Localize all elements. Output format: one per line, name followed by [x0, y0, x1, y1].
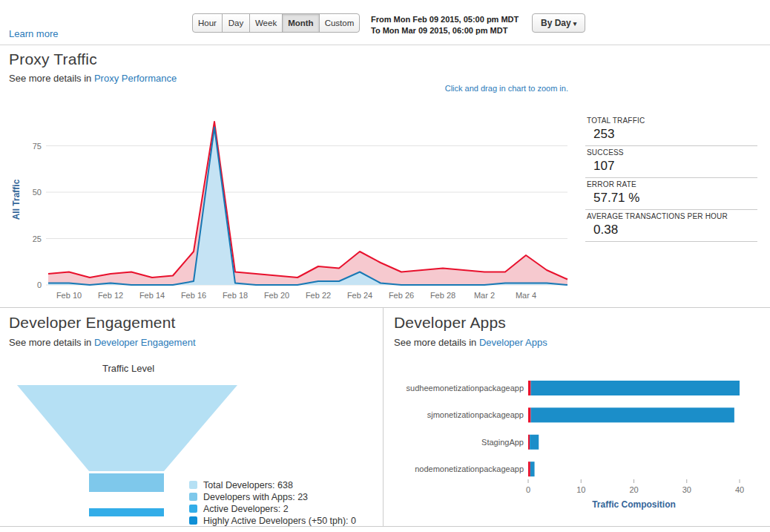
analytics-dashboard: Learn more HourDayWeekMonthCustom From M… [0, 0, 770, 527]
series-line [48, 122, 567, 280]
engagement-subtitle: See more details in Developer Engagement [9, 337, 196, 349]
bar-success-segment [531, 381, 740, 395]
traffic-stats-panel: TOTAL TRAFFIC253SUCCESS107ERROR RATE57.7… [585, 114, 757, 242]
stat-value: 0.38 [587, 223, 756, 237]
date-range: From Mon Feb 09 2015, 05:00 pm MDT To Mo… [371, 14, 519, 36]
proxy-traffic-chart[interactable]: 0255075Feb 10Feb 12Feb 14Feb 16Feb 18Feb… [9, 104, 582, 300]
svg-text:30: 30 [682, 485, 691, 494]
zoom-hint: Click and drag in chart to zoom in. [445, 84, 568, 93]
legend-item: Developers with Apps: 23 [189, 491, 356, 502]
range-button-hour[interactable]: Hour [192, 13, 223, 33]
bar-error-segment [528, 381, 531, 395]
date-to-text: To Mon Mar 09 2015, 06:00 pm MDT [371, 25, 519, 36]
developer-engagement-title: Developer Engagement [9, 313, 176, 332]
legend-label: Active Developers: 2 [203, 504, 289, 514]
bar-error-segment [528, 435, 530, 450]
svg-text:75: 75 [33, 142, 42, 151]
svg-text:All Traffic: All Traffic [11, 179, 22, 220]
legend-label: Highly Active Developers (+50 tph): 0 [203, 516, 356, 526]
apps-subtitle: See more details in Developer Apps [394, 337, 547, 349]
stat-row: AVERAGE TRANSACTIONS PER HOUR0.38 [585, 210, 757, 242]
legend-item: Highly Active Developers (+50 tph): 0 [189, 515, 356, 526]
svg-text:Feb 12: Feb 12 [98, 291, 123, 300]
legend-swatch-icon [189, 516, 197, 525]
svg-text:Feb 14: Feb 14 [139, 291, 165, 300]
funnel-stage [89, 473, 164, 492]
svg-text:Feb 20: Feb 20 [264, 291, 289, 300]
chevron-down-icon: ▾ [573, 20, 577, 27]
stat-row: TOTAL TRAFFIC253 [585, 114, 757, 146]
svg-text:Feb 18: Feb 18 [223, 291, 248, 300]
time-range-segmented-control: HourDayWeekMonthCustom [192, 13, 360, 33]
bar-error-segment [528, 407, 531, 422]
developer-engagement-section: Developer Engagement See more details in… [0, 308, 384, 526]
svg-text:10: 10 [576, 485, 585, 494]
stat-label: AVERAGE TRANSACTIONS PER HOUR [587, 212, 756, 220]
svg-text:Traffic Composition: Traffic Composition [592, 499, 676, 510]
engagement-subtitle-text: See more details in [9, 337, 94, 348]
stat-row: ERROR RATE57.71 % [585, 178, 757, 210]
developer-apps-bar-chart: sudheemonetizationpackageappsjmonetizati… [384, 364, 770, 523]
svg-text:sjmonetizationpackageapp: sjmonetizationpackageapp [427, 410, 524, 419]
proxy-subtitle: See more details in Proxy Performance [9, 73, 761, 85]
bar-success-segment [530, 462, 535, 476]
date-from-text: From Mon Feb 09 2015, 05:00 pm MDT [371, 14, 519, 25]
series-area [48, 128, 567, 286]
svg-text:Feb 16: Feb 16 [181, 291, 206, 300]
legend-swatch-icon [189, 505, 197, 513]
svg-text:sudheemonetizationpackageapp: sudheemonetizationpackageapp [407, 384, 524, 393]
stat-row: SUCCESS107 [585, 146, 757, 178]
group-by-label: By Day [541, 18, 571, 28]
header-toolbar: Learn more HourDayWeekMonthCustom From M… [0, 0, 770, 45]
stat-value: 107 [587, 159, 756, 174]
svg-text:Feb 26: Feb 26 [389, 291, 414, 300]
svg-text:20: 20 [629, 485, 638, 494]
proxy-traffic-title: Proxy Traffic [9, 50, 761, 69]
svg-text:25: 25 [33, 234, 42, 243]
learn-more-link[interactable]: Learn more [9, 28, 58, 39]
legend-swatch-icon [189, 481, 197, 489]
developer-apps-section: Developer Apps See more details in Devel… [384, 308, 770, 526]
svg-text:0: 0 [526, 485, 530, 494]
bottom-row: Developer Engagement See more details in… [0, 308, 770, 527]
svg-text:0: 0 [37, 280, 42, 289]
legend-label: Developers with Apps: 23 [203, 492, 308, 502]
svg-text:Feb 22: Feb 22 [306, 291, 331, 300]
svg-text:Mar 2: Mar 2 [474, 291, 495, 300]
range-button-week[interactable]: Week [249, 13, 283, 33]
bar-success-segment [530, 435, 539, 450]
svg-text:Feb 24: Feb 24 [347, 291, 372, 300]
developer-engagement-link[interactable]: Developer Engagement [94, 337, 196, 348]
svg-text:Feb 28: Feb 28 [430, 291, 455, 300]
svg-text:StagingApp: StagingApp [481, 438, 524, 447]
stat-value: 57.71 % [587, 191, 756, 206]
svg-text:Feb 10: Feb 10 [56, 291, 82, 300]
funnel-stage [89, 508, 164, 516]
developer-apps-title: Developer Apps [394, 313, 506, 332]
range-button-day[interactable]: Day [222, 13, 250, 33]
funnel-stage [17, 385, 237, 471]
funnel-title: Traffic Level [0, 363, 257, 374]
group-by-dropdown[interactable]: By Day▾ [532, 13, 585, 33]
bar-success-segment [531, 407, 734, 422]
svg-text:50: 50 [33, 188, 42, 197]
developer-apps-link[interactable]: Developer Apps [479, 337, 547, 348]
funnel-legend: Total Developers: 638Developers with App… [189, 479, 356, 527]
series-line [48, 128, 567, 286]
svg-text:nodemonetizationpackageapp: nodemonetizationpackageapp [415, 464, 524, 473]
legend-swatch-icon [189, 493, 197, 501]
proxy-subtitle-text: See more details in [9, 73, 94, 84]
proxy-performance-link[interactable]: Proxy Performance [94, 73, 177, 84]
stat-label: TOTAL TRAFFIC [587, 116, 756, 125]
stat-value: 253 [587, 127, 756, 142]
range-button-custom[interactable]: Custom [319, 13, 361, 33]
legend-item: Total Developers: 638 [189, 479, 356, 490]
proxy-chart-row: 0255075Feb 10Feb 12Feb 14Feb 16Feb 18Feb… [9, 104, 761, 300]
legend-item: Active Developers: 2 [189, 503, 356, 514]
range-button-month[interactable]: Month [282, 13, 319, 33]
legend-label: Total Developers: 638 [203, 480, 293, 490]
stat-label: ERROR RATE [587, 180, 756, 188]
stat-label: SUCCESS [587, 148, 756, 157]
svg-text:Mar 4: Mar 4 [516, 291, 536, 300]
apps-subtitle-text: See more details in [394, 337, 479, 348]
